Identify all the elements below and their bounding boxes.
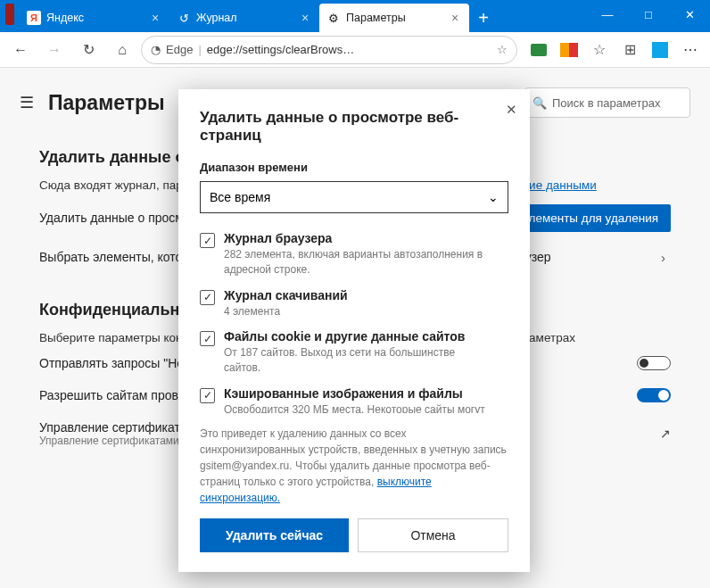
clear-data-dialog: ✕ Удалить данные о просмотре веб-страниц…	[178, 89, 530, 572]
item-desc: 282 элемента, включая варианты автозапол…	[224, 247, 492, 277]
dialog-title: Удалить данные о просмотре веб-страниц	[200, 109, 508, 145]
extension-bookmark-icon[interactable]	[555, 36, 583, 64]
item-title: Файлы cookie и другие данные сайтов	[224, 329, 492, 344]
tab-strip: Я Яндекс × ↺ Журнал × ⚙ Параметры × +	[20, 0, 587, 32]
time-range-label: Диапазон времени	[200, 161, 508, 174]
checkbox[interactable]	[200, 331, 215, 346]
check-item-cache[interactable]: Кэшированные изображения и файлы Освобод…	[200, 381, 492, 413]
item-title: Журнал скачиваний	[224, 288, 492, 302]
tab-label: Яндекс	[46, 12, 148, 24]
tab-label: Журнал	[196, 12, 298, 24]
close-icon[interactable]: ✕	[506, 102, 517, 118]
page-title: Параметры	[48, 91, 165, 115]
cancel-button[interactable]: Отмена	[358, 518, 508, 552]
favorite-icon[interactable]: ☆	[497, 43, 508, 56]
do-not-track-toggle[interactable]	[637, 356, 671, 370]
toolbar-actions: ☆ ⊞ ⋯	[521, 36, 705, 64]
close-icon[interactable]: ×	[148, 11, 162, 25]
search-icon: 🔍	[532, 96, 547, 110]
more-icon[interactable]: ⋯	[676, 36, 705, 64]
dialog-actions: Удалить сейчас Отмена	[200, 518, 508, 552]
extension-lastpass-icon[interactable]	[524, 36, 553, 64]
url-proto: Edge	[166, 43, 193, 56]
gear-icon: ⚙	[326, 11, 341, 25]
external-link-icon: ↗	[660, 427, 671, 441]
settings-search[interactable]: 🔍 Поиск в параметрах	[524, 87, 690, 118]
refresh-button[interactable]: ↻	[73, 36, 103, 64]
tab-history[interactable]: ↺ Журнал ×	[169, 4, 319, 32]
favorites-icon[interactable]: ☆	[585, 36, 614, 64]
close-icon[interactable]: ×	[298, 11, 312, 25]
new-tab-button[interactable]: +	[469, 4, 498, 32]
edge-icon: ◔	[151, 43, 161, 56]
separator: |	[198, 43, 201, 56]
home-button[interactable]: ⌂	[107, 36, 137, 64]
checkbox[interactable]	[200, 290, 215, 305]
item-title: Кэшированные изображения и файлы	[224, 386, 492, 401]
check-item-history[interactable]: Журнал браузера 282 элемента, включая ва…	[200, 226, 492, 283]
time-range-select[interactable]: Все время ⌄	[200, 181, 508, 213]
select-value: Все время	[210, 190, 270, 204]
chevron-down-icon: ⌄	[488, 190, 499, 204]
app-accent	[5, 4, 14, 25]
sync-warning: Это приведет к удалению данных со всех с…	[200, 426, 508, 506]
item-desc: От 187 сайтов. Выход из сети на большинс…	[224, 345, 492, 376]
window-titlebar: Я Яндекс × ↺ Журнал × ⚙ Параметры × + — …	[0, 0, 710, 32]
minimize-button[interactable]: —	[587, 0, 628, 29]
chevron-right-icon: ›	[656, 250, 671, 265]
window-controls: — □ ✕	[587, 0, 710, 32]
maximize-button[interactable]: □	[628, 0, 669, 29]
tab-settings[interactable]: ⚙ Параметры ×	[319, 4, 469, 32]
close-icon[interactable]: ×	[448, 11, 462, 25]
tab-yandex[interactable]: Я Яндекс ×	[20, 4, 169, 32]
tab-label: Параметры	[346, 12, 448, 24]
clear-now-button[interactable]: Удалить сейчас	[200, 518, 349, 552]
url-text: edge://settings/clearBrows…	[207, 43, 354, 56]
item-desc: 4 элемента	[224, 304, 492, 319]
search-placeholder: Поиск в параметрах	[552, 96, 661, 110]
browser-toolbar: ← → ↻ ⌂ ◔ Edge | edge://settings/clearBr…	[0, 32, 710, 68]
note-text: Это приведет к удалению данных со всех с…	[200, 427, 507, 488]
history-icon: ↺	[177, 11, 191, 25]
data-type-list[interactable]: Журнал браузера 282 элемента, включая ва…	[200, 226, 508, 413]
back-button[interactable]: ←	[5, 36, 36, 64]
close-window-button[interactable]: ✕	[669, 0, 710, 29]
menu-icon[interactable]: ☰	[20, 93, 34, 112]
yandex-icon: Я	[27, 11, 41, 25]
item-desc: Освободится 320 МБ места. Некоторые сайт…	[224, 402, 492, 413]
item-title: Журнал браузера	[224, 231, 492, 245]
checkbox[interactable]	[200, 233, 215, 248]
forward-button[interactable]: →	[39, 36, 70, 64]
checkbox[interactable]	[200, 388, 215, 403]
address-bar[interactable]: ◔ Edge | edge://settings/clearBrows… ☆	[141, 36, 517, 64]
collections-icon[interactable]: ⊞	[615, 36, 644, 64]
windows-icon[interactable]	[646, 36, 674, 64]
check-item-downloads[interactable]: Журнал скачиваний 4 элемента	[200, 283, 492, 325]
payment-methods-toggle[interactable]	[637, 388, 671, 402]
check-item-cookies[interactable]: Файлы cookie и другие данные сайтов От 1…	[200, 324, 492, 381]
